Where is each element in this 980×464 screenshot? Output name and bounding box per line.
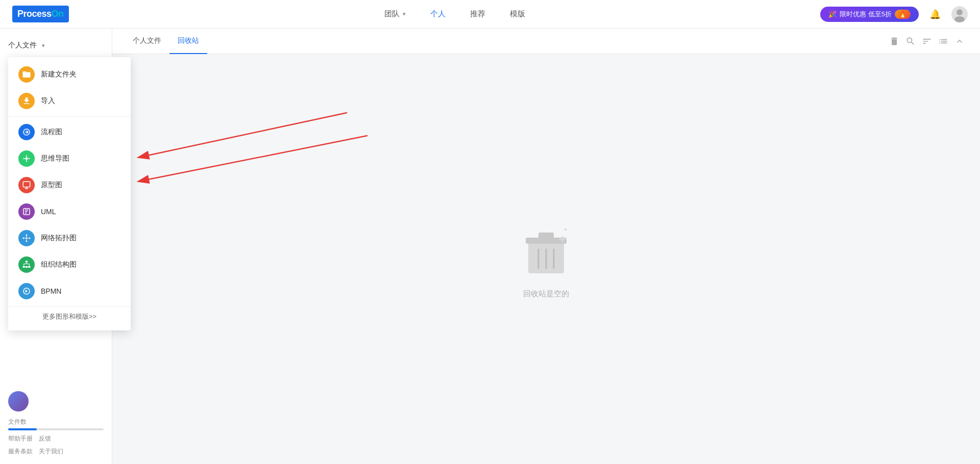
svg-point-3	[26, 158, 28, 160]
terms-link[interactable]: 服务条款	[8, 447, 33, 456]
header-right: 🎉 限时优惠 低至5折 🔥 🔔	[820, 6, 968, 22]
svg-point-14	[26, 241, 28, 242]
header-nav: 团队 ▾ 个人 推荐 模版	[89, 0, 821, 29]
dropdown-item-network[interactable]: 网络拓扑图	[8, 225, 131, 251]
svg-rect-8	[23, 182, 30, 187]
prototype-label: 原型图	[41, 181, 62, 190]
promo-label: 限时优惠 低至5折	[840, 10, 892, 19]
network-label: 网络拓扑图	[41, 234, 77, 243]
file-count-label: 文件数	[8, 418, 104, 426]
sidebar-footer-links-2: 服务条款 关于我们	[8, 447, 104, 456]
sidebar-footer-links: 帮助手册 反馈	[8, 434, 104, 443]
sidebar: 个人文件 ▾ 新建 新建文件夹 导入 流	[0, 29, 112, 464]
chevron-down-icon: ▾	[403, 11, 406, 17]
empty-state: 回收站是空的	[112, 54, 980, 464]
dropdown-item-import[interactable]: 导入	[8, 88, 131, 114]
prototype-icon	[18, 177, 35, 193]
dropdown-item-prototype[interactable]: 原型图	[8, 172, 131, 198]
search-toolbar-icon[interactable]	[902, 33, 919, 49]
help-link[interactable]: 帮助手册	[8, 434, 33, 443]
svg-rect-17	[26, 266, 28, 268]
collapse-toolbar-icon[interactable]	[951, 33, 968, 49]
nav-team[interactable]: 团队 ▾	[372, 0, 418, 29]
about-link[interactable]: 关于我们	[39, 447, 63, 456]
bpmn-icon	[18, 283, 35, 299]
uml-label: UML	[41, 208, 56, 216]
delete-toolbar-icon[interactable]	[886, 33, 902, 49]
empty-state-text: 回收站是空的	[523, 289, 569, 299]
chevron-down-icon: ▾	[42, 42, 45, 49]
org-label: 组织结构图	[41, 260, 77, 269]
sidebar-user-row	[8, 387, 104, 416]
new-folder-label: 新建文件夹	[41, 70, 77, 79]
promo-button[interactable]: 🎉 限时优惠 低至5折 🔥	[820, 7, 919, 22]
sort-toolbar-icon[interactable]	[919, 33, 935, 49]
file-progress-bar-container	[8, 428, 104, 430]
empty-recycle-icon	[516, 220, 577, 281]
svg-rect-15	[26, 261, 28, 263]
logo-text: Process	[17, 9, 52, 19]
mindmap-icon	[18, 150, 35, 167]
svg-rect-18	[28, 266, 31, 268]
dropdown-item-new-folder[interactable]: 新建文件夹	[8, 61, 131, 88]
svg-point-11	[23, 238, 24, 239]
promo-badge: 🔥	[895, 10, 911, 19]
more-templates-link[interactable]: 更多图形和模版>>	[8, 306, 131, 326]
tab-personal-files[interactable]: 个人文件	[125, 29, 169, 54]
import-icon	[18, 93, 35, 109]
dropdown-divider	[8, 116, 131, 117]
flowchart-icon	[18, 124, 35, 140]
dropdown-item-uml[interactable]: UML	[8, 198, 131, 225]
org-icon	[18, 256, 35, 273]
list-view-toolbar-icon[interactable]	[935, 33, 951, 49]
dropdown-item-bpmn[interactable]: BPMN	[8, 278, 131, 304]
import-label: 导入	[41, 96, 55, 106]
new-dropdown-menu: 新建文件夹 导入 流程图 思维导图	[8, 57, 131, 330]
content-tabs: 个人文件 回收站	[112, 29, 980, 54]
flowchart-label: 流程图	[41, 127, 62, 137]
logo-box: ProcessOn	[12, 6, 69, 22]
dropdown-item-flowchart[interactable]: 流程图	[8, 119, 131, 145]
avatar-svg	[951, 6, 968, 22]
svg-point-13	[26, 235, 28, 236]
dropdown-item-org[interactable]: 组织结构图	[8, 251, 131, 278]
nav-personal[interactable]: 个人	[418, 0, 458, 29]
file-progress-bar	[8, 428, 37, 430]
logo-on: On	[52, 9, 64, 19]
nav-template[interactable]: 模版	[498, 0, 537, 29]
svg-point-1	[954, 16, 965, 22]
sidebar-avatar	[8, 391, 29, 411]
promo-icon: 🎉	[828, 10, 837, 18]
svg-rect-22	[538, 233, 554, 239]
svg-point-0	[957, 9, 963, 15]
content-area: 个人文件 回收站	[112, 29, 980, 464]
personal-files-label: 个人文件	[8, 41, 37, 50]
svg-point-12	[29, 238, 31, 239]
nav-recommend[interactable]: 推荐	[458, 0, 498, 29]
user-avatar[interactable]	[951, 6, 968, 22]
network-icon	[18, 230, 35, 246]
mindmap-label: 思维导图	[41, 154, 69, 163]
logo[interactable]: ProcessOn	[12, 6, 69, 22]
dropdown-item-mindmap[interactable]: 思维导图	[8, 145, 131, 172]
bpmn-label: BPMN	[41, 287, 61, 295]
folder-icon	[18, 66, 35, 83]
personal-files-header[interactable]: 个人文件 ▾	[0, 37, 112, 54]
svg-rect-16	[23, 266, 26, 268]
svg-point-10	[26, 238, 28, 239]
feedback-link[interactable]: 反馈	[39, 434, 51, 443]
main-layout: 个人文件 ▾ 新建 新建文件夹 导入 流	[0, 29, 980, 464]
notification-bell-icon[interactable]: 🔔	[927, 6, 943, 22]
sidebar-bottom: 文件数 帮助手册 反馈 服务条款 关于我们	[0, 387, 112, 456]
tab-recycle[interactable]: 回收站	[169, 29, 207, 54]
header: ProcessOn 团队 ▾ 个人 推荐 模版 🎉 限时优惠 低至5折 🔥 🔔	[0, 0, 980, 29]
uml-icon	[18, 203, 35, 220]
